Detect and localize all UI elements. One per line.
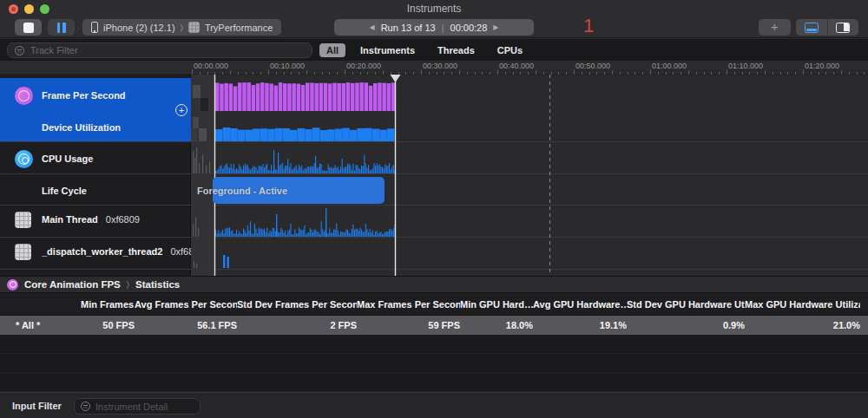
- timeline-ruler[interactable]: 00:00.00000:10.00000:20.00000:30.00000:4…: [191, 61, 868, 75]
- segment-threads[interactable]: Threads: [426, 43, 486, 57]
- cell-max-gpu: 21.0%: [745, 320, 860, 330]
- previous-run-icon[interactable]: ◀: [370, 23, 375, 31]
- cell-stddev-gpu: 0.9%: [627, 320, 745, 330]
- run-navigator[interactable]: ◀ Run 13 of 13 | 00:00:28 ▶: [334, 19, 534, 36]
- track-graphs[interactable]: Foreground - Active: [191, 75, 868, 276]
- bottom-pane-icon: [805, 23, 819, 33]
- track-row-life-cycle[interactable]: Life Cycle: [42, 186, 87, 196]
- core-animation-fps-icon: [15, 87, 33, 105]
- right-pane-icon: [836, 23, 850, 33]
- breadcrumb-page[interactable]: Statistics: [135, 279, 180, 290]
- filter-icon: [81, 402, 90, 411]
- column-header-stddev-gpu[interactable]: Std Dev GPU Hardware Ut…: [627, 299, 745, 310]
- segment-all[interactable]: All: [319, 43, 345, 57]
- stats-table-header: Min Frames… Avg Frames Per Second Std De…: [0, 293, 868, 316]
- track-row-cpu-usage[interactable]: CPU Usage: [42, 153, 93, 164]
- dispatch-thread-app-icon: [15, 244, 31, 260]
- toolbar: iPhone (2) (12.1) 〉 TryPerformance ◀ Run…: [0, 17, 868, 38]
- toggle-bottom-pane-button[interactable]: [796, 19, 827, 36]
- column-header-avg-frames[interactable]: Avg Frames Per Second: [135, 299, 237, 310]
- main-thread-app-icon: [15, 212, 31, 228]
- track-filter-bar: All Instruments Threads CPUs: [0, 39, 868, 61]
- segment-cpus[interactable]: CPUs: [486, 43, 534, 57]
- iphone-icon: [91, 22, 98, 33]
- device-target-selector[interactable]: iPhone (2) (12.1) 〉 TryPerformance: [82, 19, 281, 36]
- cpu-usage-icon: [15, 150, 33, 168]
- pause-icon: [57, 23, 66, 33]
- stop-icon: [23, 23, 34, 33]
- next-run-icon[interactable]: ▶: [493, 23, 498, 31]
- playhead-icon: [391, 75, 401, 82]
- stop-recording-button[interactable]: [15, 19, 42, 36]
- cell-row-label: * All *: [0, 320, 81, 330]
- instrument-detail-filter-input[interactable]: [95, 402, 194, 412]
- plus-icon: +: [771, 20, 779, 33]
- annotation-marker-1: 1: [583, 15, 594, 37]
- cell-min-gpu: 18.0%: [460, 320, 533, 330]
- target-app-icon: [188, 22, 200, 33]
- instrument-detail-filter-field[interactable]: [74, 398, 201, 415]
- pause-button[interactable]: [48, 19, 75, 36]
- track-list: Frame Per Second Device Utilization + CP…: [0, 75, 191, 276]
- cell-avg-gpu: 19.1%: [533, 320, 627, 330]
- track-row-device-utilization[interactable]: Device Utilization: [42, 122, 121, 133]
- core-animation-fps-small-icon: [7, 279, 18, 291]
- track-area: Frame Per Second Device Utilization + CP…: [0, 75, 868, 276]
- main-thread-address: 0xf6809: [106, 214, 140, 225]
- bottom-filter-bar: Input Filter: [0, 392, 868, 418]
- column-header-stddev-frames[interactable]: Std Dev Frames Per Second: [237, 299, 357, 310]
- detail-breadcrumb-bar: Core Animation FPS 〉 Statistics: [0, 276, 868, 293]
- stats-table-row-all[interactable]: * All * 50 FPS 56.1 FPS 2 FPS 59 FPS 18.…: [0, 316, 868, 335]
- cell-max-frames: 59 FPS: [357, 320, 460, 330]
- stats-table-empty-area: [0, 335, 868, 392]
- target-app-name: TryPerformance: [205, 23, 273, 33]
- cell-avg-frames: 56.1 FPS: [135, 320, 237, 330]
- column-header-avg-gpu[interactable]: Avg GPU Hardware…∧: [533, 299, 627, 310]
- input-filter-label: Input Filter: [12, 401, 62, 411]
- breadcrumb-chevron-icon: 〉: [127, 279, 129, 290]
- cell-stddev-frames: 2 FPS: [237, 320, 357, 330]
- column-header-min-gpu[interactable]: Min GPU Hard…: [460, 299, 533, 310]
- column-header-max-gpu[interactable]: Max GPU Hardware Utiliza…: [745, 299, 860, 310]
- add-track-plus-icon[interactable]: +: [175, 104, 187, 116]
- view-toggle-group: [796, 19, 858, 36]
- window-title: Instruments: [0, 3, 868, 15]
- run-label: Run 13 of 13: [381, 23, 436, 33]
- track-row-dispatch-worker-thread[interactable]: _dispatch_worker_thread20xf683e: [42, 246, 205, 257]
- toggle-right-pane-button[interactable]: [827, 19, 859, 36]
- lifecycle-span-label: Foreground - Active: [197, 186, 287, 196]
- track-filter-input[interactable]: [30, 45, 305, 56]
- column-header-min-frames[interactable]: Min Frames…: [81, 299, 135, 310]
- titlebar: Instruments: [0, 0, 868, 17]
- cell-min-frames: 50 FPS: [81, 320, 135, 330]
- track-filter-field[interactable]: [7, 42, 312, 58]
- device-name: iPhone (2) (12.1): [103, 23, 175, 33]
- instruments-window: Instruments iPhone (2) (12.1) 〉 TryPerfo…: [0, 0, 868, 418]
- column-header-max-frames[interactable]: Max Frames Per Second: [357, 299, 460, 310]
- track-row-main-thread[interactable]: Main Thread0xf6809: [42, 214, 140, 225]
- run-divider: |: [442, 23, 444, 33]
- breadcrumb-instrument[interactable]: Core Animation FPS: [24, 279, 121, 290]
- timeline-ruler-bar: 00:00.00000:10.00000:20.00000:30.00000:4…: [0, 61, 868, 75]
- add-instrument-button[interactable]: +: [759, 19, 791, 36]
- track-scope-segmented-control: All Instruments Threads CPUs: [319, 42, 534, 58]
- run-duration: 00:00:28: [450, 23, 488, 33]
- track-row-frame-per-second[interactable]: Frame Per Second: [42, 90, 126, 101]
- segment-instruments[interactable]: Instruments: [349, 43, 426, 57]
- track-graph-canvas: [191, 75, 868, 276]
- chevron-right-icon: 〉: [181, 23, 183, 33]
- filter-icon: [15, 46, 24, 56]
